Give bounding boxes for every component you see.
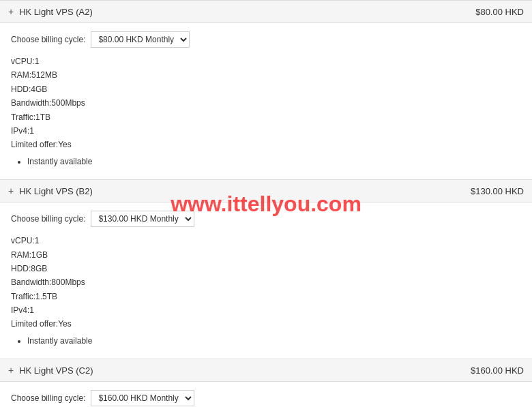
product-price-c2: $160.00 HKD: [471, 365, 524, 376]
billing-label-a2: Choose billing cycle:: [11, 35, 85, 44]
product-header-left-c2: +HK Light VPS (C2): [8, 365, 93, 376]
plus-icon-c2[interactable]: +: [8, 365, 14, 376]
product-price-b2: $130.00 HKD: [471, 186, 524, 196]
spec-item: IPv4:1: [11, 303, 521, 317]
product-name-a2: HK Light VPS (A2): [19, 7, 93, 17]
product-section-b2: +HK Light VPS (B2)$130.00 HKDChoose bill…: [0, 179, 532, 359]
spec-item: RAM:512MB: [11, 68, 521, 82]
spec-item: vCPU:1: [11, 55, 521, 68]
spec-item: IPv4:1: [11, 124, 521, 138]
specs-list-a2: vCPU:1RAM:512MBHDD:4GBBandwidth:500MbpsT…: [11, 55, 521, 152]
plus-icon-b2[interactable]: +: [8, 185, 14, 196]
specs-list-b2: vCPU:1RAM:1GBHDD:8GBBandwidth:800MbpsTra…: [11, 234, 521, 331]
spec-item: Traffic:1.5TB: [11, 290, 521, 303]
billing-row-a2: Choose billing cycle:$80.00 HKD Monthly: [11, 31, 521, 48]
spec-item: Traffic:1TB: [11, 110, 521, 124]
spec-item: vCPU:1: [11, 234, 521, 247]
product-section-c2: +HK Light VPS (C2)$160.00 HKDChoose bill…: [0, 359, 532, 407]
availability-item: Instantly available: [27, 155, 521, 168]
spec-item: HDD:8GB: [11, 262, 521, 275]
billing-label-b2: Choose billing cycle:: [11, 214, 85, 224]
products-container: +HK Light VPS (A2)$80.00 HKDChoose billi…: [0, 0, 532, 407]
spec-item: Bandwidth:800Mbps: [11, 275, 521, 289]
availability-list-b2: Instantly available: [27, 334, 521, 348]
spec-item: Bandwidth:500Mbps: [11, 96, 521, 110]
product-body-c2: Choose billing cycle:$160.00 HKD Monthly…: [0, 382, 532, 407]
billing-row-b2: Choose billing cycle:$130.00 HKD Monthly: [11, 211, 521, 227]
billing-row-c2: Choose billing cycle:$160.00 HKD Monthly: [11, 390, 521, 406]
product-header-left-a2: +HK Light VPS (A2): [8, 6, 93, 17]
product-name-c2: HK Light VPS (C2): [19, 365, 93, 376]
spec-item: HDD:4GB: [11, 82, 521, 96]
product-header-b2: +HK Light VPS (B2)$130.00 HKD: [0, 180, 532, 202]
billing-select-c2[interactable]: $160.00 HKD Monthly: [91, 390, 194, 406]
plus-icon-a2[interactable]: +: [8, 6, 14, 17]
product-header-left-b2: +HK Light VPS (B2): [8, 185, 93, 196]
billing-label-c2: Choose billing cycle:: [11, 393, 85, 403]
product-body-a2: Choose billing cycle:$80.00 HKD Monthlyv…: [0, 23, 532, 179]
spec-item: RAM:1GB: [11, 248, 521, 262]
product-body-b2: Choose billing cycle:$130.00 HKD Monthly…: [0, 202, 532, 359]
billing-select-b2[interactable]: $130.00 HKD Monthly: [91, 211, 194, 227]
availability-list-a2: Instantly available: [27, 155, 521, 168]
billing-select-a2[interactable]: $80.00 HKD Monthly: [91, 31, 190, 48]
spec-item: Limited offer:Yes: [11, 138, 521, 151]
product-name-b2: HK Light VPS (B2): [19, 186, 93, 196]
product-header-c2: +HK Light VPS (C2)$160.00 HKD: [0, 359, 532, 382]
spec-item: Limited offer:Yes: [11, 317, 521, 331]
product-section-a2: +HK Light VPS (A2)$80.00 HKDChoose billi…: [0, 0, 532, 180]
product-header-a2: +HK Light VPS (A2)$80.00 HKD: [0, 1, 532, 23]
availability-item: Instantly available: [27, 334, 521, 348]
product-price-a2: $80.00 HKD: [475, 7, 524, 17]
